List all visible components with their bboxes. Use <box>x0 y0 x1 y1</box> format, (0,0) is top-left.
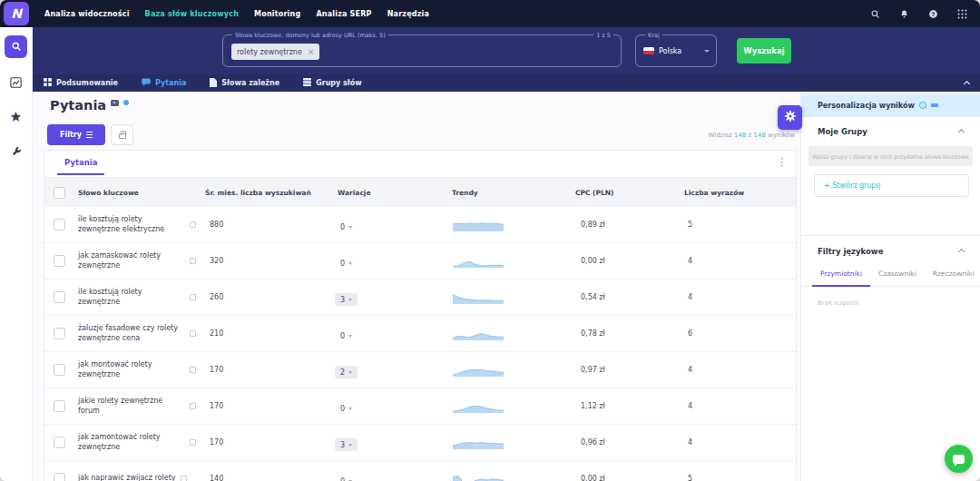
variations-dropdown[interactable]: 0 <box>335 475 358 481</box>
help-icon[interactable]: ? <box>928 9 938 19</box>
cpc-value: 1,12 zł <box>568 402 677 410</box>
col-cpc[interactable]: CPC (PLN) <box>568 189 677 197</box>
col-searches[interactable]: Śr. mies. liczba wyszukiwań <box>196 189 328 197</box>
extras-button[interactable] <box>5 107 27 127</box>
chat-widget-button[interactable] <box>945 445 973 473</box>
collapse-header-icon[interactable] <box>964 81 970 87</box>
layout-icon <box>303 78 311 88</box>
chevron-down-icon <box>348 226 352 229</box>
col-trends[interactable]: Trendy <box>446 189 568 197</box>
variations-dropdown[interactable]: 0 <box>335 221 358 233</box>
groups-search-placeholder[interactable]: Wpisz grupy i zbieraj w nich przydatne s… <box>808 146 973 166</box>
bell-icon[interactable] <box>899 9 909 19</box>
table-tab-pytania[interactable]: Pytania <box>57 158 104 175</box>
row-checkbox[interactable] <box>54 328 65 339</box>
table-row[interactable]: jakie rolety zewnętrzne forum17001,12 zł… <box>44 388 796 425</box>
chevron-up-icon[interactable] <box>958 128 965 134</box>
filters-button[interactable]: Filtry <box>47 124 105 145</box>
nav-item-analiza-widocznosci[interactable]: Analiza widoczności <box>44 10 130 18</box>
senuto-logo[interactable]: N <box>4 2 29 25</box>
variations-dropdown[interactable]: 0 <box>335 402 358 415</box>
cpc-value: 0,89 zł <box>568 221 677 229</box>
serp-preview-icon[interactable] <box>190 403 196 409</box>
chevron-down-icon <box>348 262 352 265</box>
trend-sparkline <box>446 254 568 269</box>
nav-item-monitoring[interactable]: Monitoring <box>254 10 300 18</box>
keywords-input-label: Słowa kluczowe, domeny lub adresy URL (m… <box>232 32 388 39</box>
variations-dropdown[interactable]: 0 <box>335 257 358 270</box>
tab-podsumowanie[interactable]: Podsumowanie <box>44 78 118 88</box>
nav-item-narzedzia[interactable]: Narzędzia <box>387 10 429 18</box>
search-icon[interactable] <box>870 9 880 19</box>
variations-dropdown[interactable]: 3 <box>335 438 358 451</box>
word-count: 4 <box>677 402 798 410</box>
lock-icon <box>119 133 126 139</box>
word-count: 5 <box>677 221 798 229</box>
apps-grid-icon[interactable] <box>957 9 967 19</box>
table-row[interactable]: jak zamontować rolety zewnętrzne17030,96… <box>44 425 796 461</box>
row-checkbox[interactable] <box>54 400 65 412</box>
variations-dropdown[interactable]: 3 <box>335 293 358 306</box>
tab-grupy-slow[interactable]: Grupy słów <box>303 78 362 88</box>
table-row[interactable]: jak naprawić zwijacz rolety14000,00 zł5 <box>44 461 796 481</box>
table-row[interactable]: jak montować rolety zewnętrzne17020,97 z… <box>44 352 796 388</box>
doc-icon <box>210 78 217 89</box>
chevron-up-icon[interactable] <box>958 248 965 254</box>
minimize-icon[interactable] <box>931 103 938 107</box>
select-all-checkbox[interactable] <box>54 187 65 199</box>
serp-preview-icon[interactable] <box>190 367 196 373</box>
search-button[interactable]: Wyszukaj <box>737 38 791 64</box>
keyword-chip[interactable]: rolety zewnętrzne × <box>231 44 319 60</box>
info-icon[interactable] <box>123 100 129 105</box>
lang-tab-czasowniki[interactable]: Czasowniki <box>870 265 925 286</box>
tools-button[interactable] <box>5 142 27 162</box>
rank-tracker-button[interactable] <box>5 73 27 93</box>
settings-gear-button[interactable] <box>778 105 802 130</box>
serp-preview-icon[interactable] <box>190 258 196 264</box>
lang-tab-przymiotniki[interactable]: Przymiotniki <box>812 265 870 287</box>
trend-sparkline <box>446 218 568 232</box>
remove-chip-icon[interactable]: × <box>308 47 315 56</box>
video-tutorial-icon[interactable] <box>111 100 119 106</box>
info-circle-icon[interactable]: i <box>919 102 926 109</box>
chevron-down-icon <box>348 407 352 410</box>
table-menu-icon[interactable]: ⋮ <box>777 157 787 167</box>
country-select[interactable]: Kraj Polska <box>635 34 717 67</box>
row-checkbox[interactable] <box>54 219 65 231</box>
col-variations[interactable]: Wariacje <box>328 189 446 197</box>
serp-preview-icon[interactable] <box>181 476 187 481</box>
table-row[interactable]: jak zamaskować rolety zewnętrzne32000,00… <box>44 243 796 280</box>
row-checkbox[interactable] <box>54 437 65 448</box>
personalization-header: Personalizacja wyników i <box>801 93 980 117</box>
table-row[interactable]: ile kosztują rolety zewnętrzne elektrycz… <box>44 207 796 243</box>
my-groups-section: Moje Grupy <box>801 127 980 136</box>
nav-item-baza-slow-kluczowych[interactable]: Baza słów kluczowych <box>145 10 239 18</box>
results-info: Widzisz 148 z 148 wyników <box>708 132 795 139</box>
nav-item-analiza-serp[interactable]: Analiza SERP <box>316 10 371 18</box>
variations-dropdown[interactable]: 0 <box>335 329 358 342</box>
tab-pytania[interactable]: Pytania <box>142 78 186 89</box>
row-checkbox[interactable] <box>54 473 65 481</box>
lock-button[interactable] <box>111 124 133 145</box>
lang-tab-rzeczowniki[interactable]: Rzeczowniki <box>925 265 980 286</box>
row-checkbox[interactable] <box>54 291 65 303</box>
tab-slowa-zalezne[interactable]: Słowa zależne <box>210 78 279 89</box>
col-keyword[interactable]: Słowo kluczowe <box>72 189 196 197</box>
row-checkbox[interactable] <box>54 364 65 376</box>
keywords-input[interactable]: Słowa kluczowe, domeny lub adresy URL (m… <box>222 34 622 67</box>
keyword-text: jak naprawić zwijacz rolety <box>78 474 176 481</box>
create-group-button[interactable]: + Stwórz grupę <box>814 174 969 197</box>
svg-text:?: ? <box>932 10 936 16</box>
col-words[interactable]: Liczba wyrazów <box>677 189 798 197</box>
keyword-explorer-button[interactable] <box>5 35 27 58</box>
serp-preview-icon[interactable] <box>190 221 196 228</box>
chart-icon <box>10 74 22 92</box>
serp-preview-icon[interactable] <box>190 294 196 300</box>
table-row[interactable]: ile kosztują rolety zewnętrzne26030,54 z… <box>44 280 796 316</box>
table-row[interactable]: żaluzje fasadowe czy rolety zewnętrzne c… <box>44 316 796 352</box>
row-checkbox[interactable] <box>54 255 65 267</box>
serp-preview-icon[interactable] <box>190 330 196 337</box>
search-volume: 210 <box>196 329 328 338</box>
serp-preview-icon[interactable] <box>190 439 196 446</box>
variations-dropdown[interactable]: 2 <box>335 366 358 378</box>
